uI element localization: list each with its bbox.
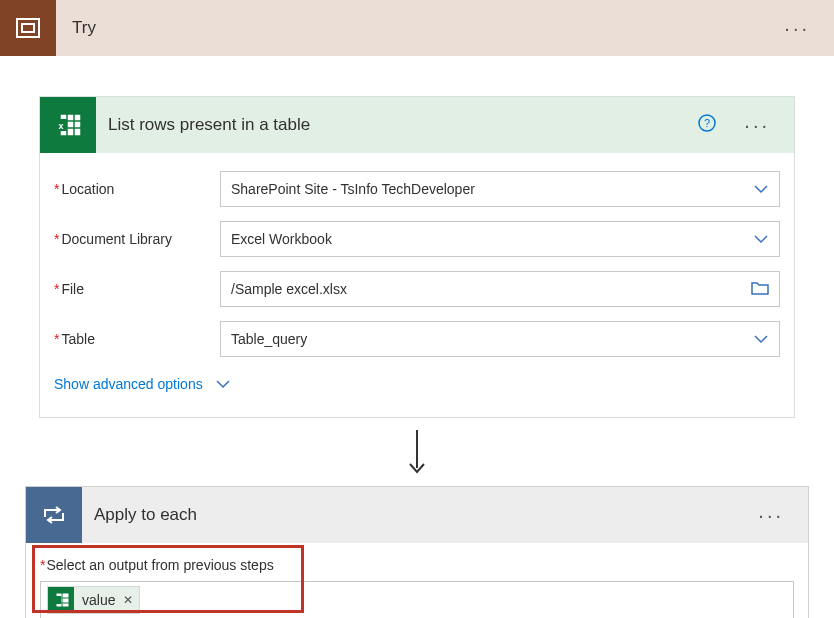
scope-icon: [0, 0, 56, 56]
action-body: *Location SharePoint Site - TsInfo TechD…: [40, 153, 794, 417]
action-card-list-rows: x List rows present in a table ? ··· *Lo…: [39, 96, 795, 418]
library-dropdown[interactable]: Excel Workbook: [220, 221, 780, 257]
loop-icon: [26, 487, 82, 543]
svg-rect-1: [22, 24, 34, 32]
excel-grid-icon: x: [53, 111, 83, 139]
svg-text:x: x: [58, 121, 63, 131]
table-label: *Table: [54, 331, 220, 347]
file-label: *File: [54, 281, 220, 297]
flow-arrow: [0, 428, 834, 476]
scope-header: Try ···: [0, 0, 834, 56]
loop-arrows-icon: [41, 503, 67, 527]
scope-menu-button[interactable]: ···: [776, 17, 818, 40]
chevron-down-icon: [753, 230, 769, 248]
chevron-down-icon: [215, 375, 231, 393]
action-menu-button[interactable]: ···: [736, 114, 778, 137]
chevron-down-icon: [753, 180, 769, 198]
dynamic-content-token[interactable]: value ✕: [47, 586, 140, 614]
svg-text:?: ?: [704, 117, 710, 129]
excel-icon: x: [40, 97, 96, 153]
library-label: *Document Library: [54, 231, 220, 247]
file-picker[interactable]: /Sample excel.xlsx: [220, 271, 780, 307]
token-remove-button[interactable]: ✕: [123, 593, 133, 607]
help-icon[interactable]: ?: [698, 114, 716, 136]
apply-body: *Select an output from previous steps: [26, 543, 808, 618]
table-dropdown[interactable]: Table_query: [220, 321, 780, 357]
location-label: *Location: [54, 181, 220, 197]
action-header[interactable]: x List rows present in a table ? ···: [40, 97, 794, 153]
arrow-down-icon: [407, 428, 427, 476]
excel-token-icon: [48, 587, 74, 613]
chevron-down-icon: [753, 330, 769, 348]
svg-rect-18: [53, 596, 61, 604]
show-advanced-toggle[interactable]: Show advanced options: [54, 375, 780, 393]
apply-title: Apply to each: [94, 505, 750, 525]
apply-menu-button[interactable]: ···: [750, 504, 792, 527]
action-card-apply-to-each: Apply to each ··· *Select an output from…: [25, 486, 809, 618]
location-dropdown[interactable]: SharePoint Site - TsInfo TechDeveloper: [220, 171, 780, 207]
select-output-label: *Select an output from previous steps: [40, 557, 794, 573]
scope-title: Try: [72, 18, 776, 38]
action-title: List rows present in a table: [108, 115, 698, 135]
svg-rect-0: [17, 19, 39, 37]
table-value: Table_query: [231, 331, 307, 347]
folder-icon[interactable]: [751, 281, 769, 298]
token-label: value: [82, 592, 115, 608]
apply-header[interactable]: Apply to each ···: [26, 487, 808, 543]
file-value: /Sample excel.xlsx: [231, 281, 347, 297]
select-output-field[interactable]: value ✕: [40, 581, 794, 618]
advanced-label: Show advanced options: [54, 376, 203, 392]
location-value: SharePoint Site - TsInfo TechDeveloper: [231, 181, 475, 197]
library-value: Excel Workbook: [231, 231, 332, 247]
scope-frame-icon: [16, 18, 40, 38]
